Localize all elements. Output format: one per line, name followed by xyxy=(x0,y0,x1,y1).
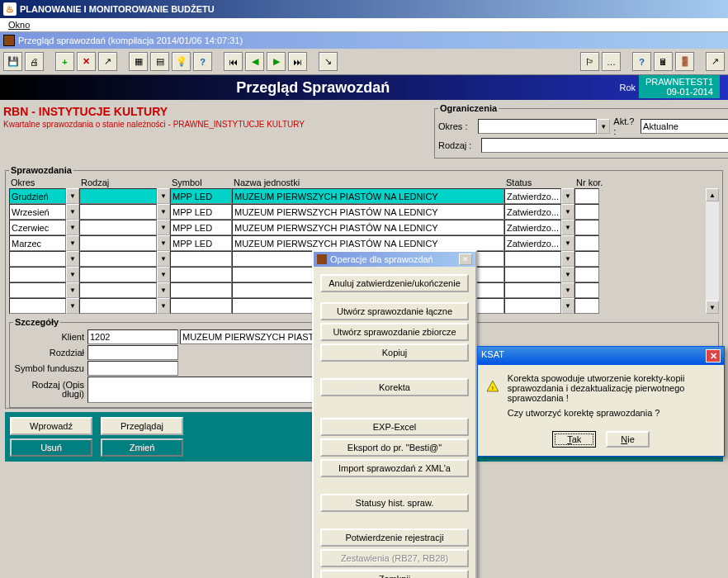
chevron-down-icon[interactable]: ▼ xyxy=(157,267,170,282)
close-icon[interactable]: ✕ xyxy=(706,349,721,362)
potwierdzenie-button[interactable]: Potwierdzenie rejestracji xyxy=(320,528,469,547)
add-icon[interactable]: + xyxy=(55,52,74,71)
chevron-down-icon[interactable]: ▼ xyxy=(157,282,170,298)
action-icon[interactable]: ↘ xyxy=(319,52,338,71)
cell-rodzaj[interactable] xyxy=(79,235,157,251)
klient-code-input[interactable] xyxy=(87,329,178,344)
cell-nazwa[interactable]: MUZEUM PIERWSZYCH PIASTÓW NA LEDNICY xyxy=(232,220,504,235)
cell-symbol[interactable]: MPP LED xyxy=(170,204,232,220)
chevron-down-icon[interactable]: ▼ xyxy=(561,298,574,314)
statusy-button[interactable]: Statusy hist. spraw. xyxy=(320,494,469,512)
tool-flag-icon[interactable]: 🏳 xyxy=(580,52,599,71)
first-icon[interactable]: ⏮ xyxy=(224,52,243,71)
utworz-laczne-button[interactable]: Utwórz sprawozdanie łączne xyxy=(320,302,469,320)
zamknij-button[interactable]: Zamknij xyxy=(320,570,469,578)
cell-okres[interactable] xyxy=(9,251,66,267)
rodzaj-opis-input[interactable] xyxy=(87,377,329,403)
rodzaj-combo[interactable] xyxy=(481,138,728,153)
cell-nrkor[interactable] xyxy=(574,220,599,235)
cell-nrkor[interactable] xyxy=(574,188,599,204)
cell-okres[interactable] xyxy=(9,267,66,282)
cell-symbol[interactable]: MPP LED xyxy=(170,188,232,204)
next-icon[interactable]: ▶ xyxy=(267,52,286,71)
lightbulb-icon[interactable]: 💡 xyxy=(172,52,191,71)
last-icon[interactable]: ⏭ xyxy=(288,52,307,71)
cell-status[interactable]: Zatwierdzo... xyxy=(504,220,561,235)
chevron-down-icon[interactable]: ▼ xyxy=(66,188,79,204)
tak-button[interactable]: TTakak xyxy=(552,431,596,448)
clear-icon[interactable]: ↗ xyxy=(98,52,117,71)
grid2-icon[interactable]: ▤ xyxy=(150,52,169,71)
rozdzial-input[interactable] xyxy=(87,345,178,360)
chevron-down-icon[interactable]: ▼ xyxy=(157,204,170,220)
cell-rodzaj[interactable] xyxy=(79,220,157,235)
cell-okres[interactable] xyxy=(9,298,66,314)
cell-status[interactable] xyxy=(504,282,561,298)
utworz-zbiorcze-button[interactable]: Utwórz sprawozdanie zbiorcze xyxy=(320,323,469,341)
chevron-down-icon[interactable]: ▼ xyxy=(66,267,79,282)
tool-exit-icon[interactable]: 🚪 xyxy=(675,52,694,71)
save-icon[interactable]: 💾 xyxy=(3,52,22,71)
cell-status[interactable] xyxy=(504,251,561,267)
chevron-down-icon[interactable]: ▼ xyxy=(66,235,79,251)
cell-okres[interactable]: Marzec xyxy=(9,235,66,251)
cell-status[interactable] xyxy=(504,298,561,314)
cell-nazwa[interactable]: MUZEUM PIERWSZYCH PIASTÓW NA LEDNICY xyxy=(232,188,504,204)
cell-symbol[interactable]: MPP LED xyxy=(170,220,232,235)
cell-nrkor[interactable] xyxy=(574,251,599,267)
chevron-down-icon[interactable]: ▼ xyxy=(157,188,170,204)
usun-button[interactable]: Usuń xyxy=(10,438,92,457)
cell-okres[interactable]: Wrzesień xyxy=(9,204,66,220)
cell-symbol[interactable] xyxy=(170,267,232,282)
cell-rodzaj[interactable] xyxy=(79,282,157,298)
nie-button[interactable]: NieNie xyxy=(606,431,650,448)
tool-export-icon[interactable]: ↗ xyxy=(706,52,725,71)
menu-okno[interactable]: Okno xyxy=(3,18,35,31)
akt-combo[interactable] xyxy=(641,119,728,134)
delete-icon[interactable]: ✕ xyxy=(77,52,96,71)
import-xml-button[interactable]: Import sprawozdań z XML'a xyxy=(320,459,469,477)
table-row[interactable]: Wrzesień▼▼MPP LEDMUZEUM PIERWSZYCH PIAST… xyxy=(9,204,706,220)
przegladaj-button[interactable]: Przeglądaj xyxy=(101,417,183,435)
cell-rodzaj[interactable] xyxy=(79,267,157,282)
chevron-down-icon[interactable]: ▼ xyxy=(561,235,574,251)
chevron-down-icon[interactable]: ▼ xyxy=(66,204,79,220)
chevron-down-icon[interactable]: ▼ xyxy=(66,282,79,298)
scroll-down-icon[interactable]: ▼ xyxy=(706,301,719,314)
cell-nrkor[interactable] xyxy=(574,204,599,220)
chevron-down-icon[interactable]: ▼ xyxy=(561,220,574,235)
chevron-down-icon[interactable]: ▼ xyxy=(157,298,170,314)
cell-nrkor[interactable] xyxy=(574,235,599,251)
cell-nazwa[interactable]: MUZEUM PIERWSZYCH PIASTÓW NA LEDNICY xyxy=(232,204,504,220)
chevron-down-icon[interactable]: ▼ xyxy=(561,204,574,220)
chevron-down-icon[interactable]: ▼ xyxy=(561,282,574,298)
help-icon[interactable]: ? xyxy=(193,52,212,71)
klient-name-input[interactable] xyxy=(180,329,329,344)
cell-rodzaj[interactable] xyxy=(79,188,157,204)
chevron-down-icon[interactable]: ▼ xyxy=(66,298,79,314)
chevron-down-icon[interactable]: ▼ xyxy=(157,251,170,267)
tool-help2-icon[interactable]: ? xyxy=(632,52,651,71)
table-scrollbar[interactable]: ▲ ▼ xyxy=(706,177,719,314)
print-icon[interactable]: 🖨 xyxy=(25,52,44,71)
tool-dots-icon[interactable]: … xyxy=(602,52,621,71)
cell-okres[interactable] xyxy=(9,282,66,298)
cell-symbol[interactable] xyxy=(170,282,232,298)
grid1-icon[interactable]: ▦ xyxy=(129,52,148,71)
cell-status[interactable] xyxy=(504,267,561,282)
wprowadz-button[interactable]: Wprowadź xyxy=(10,417,92,435)
scroll-up-icon[interactable]: ▲ xyxy=(706,188,719,201)
cell-symbol[interactable] xyxy=(170,298,232,314)
kopiuj-button[interactable]: Kopiuj xyxy=(320,343,469,362)
chevron-down-icon[interactable]: ▼ xyxy=(561,267,574,282)
table-row[interactable]: Grudzień▼▼MPP LEDMUZEUM PIERWSZYCH PIAST… xyxy=(9,188,706,204)
zmien-button[interactable]: Zmień xyxy=(101,438,183,457)
cell-symbol[interactable]: MPP LED xyxy=(170,235,232,251)
korekta-button[interactable]: Korekta xyxy=(320,378,469,396)
exp-excel-button[interactable]: EXP-Excel xyxy=(320,418,469,436)
tool-calc-icon[interactable]: 🖩 xyxy=(654,52,673,71)
chevron-down-icon[interactable]: ▼ xyxy=(157,235,170,251)
cell-rodzaj[interactable] xyxy=(79,204,157,220)
cell-okres[interactable]: Czerwiec xyxy=(9,220,66,235)
table-row[interactable]: Marzec▼▼MPP LEDMUZEUM PIERWSZYCH PIASTÓW… xyxy=(9,235,706,251)
